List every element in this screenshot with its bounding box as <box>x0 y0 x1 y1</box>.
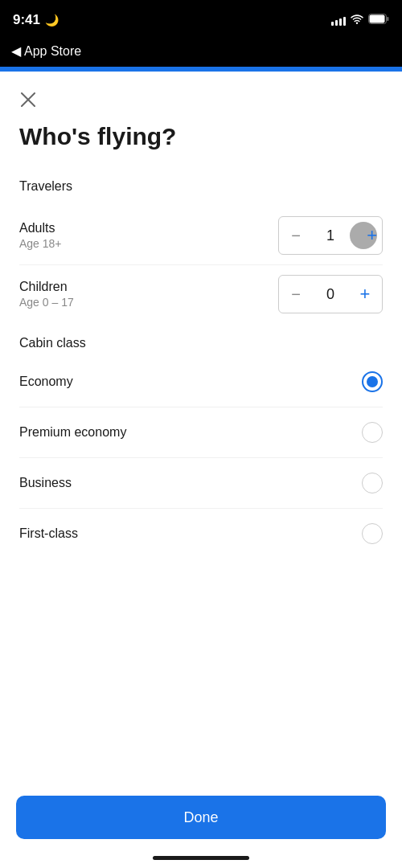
moon-icon: 🌙 <box>45 14 59 27</box>
radio-business[interactable]: Business <box>19 458 383 509</box>
status-bar: 9:41 🌙 <box>0 0 402 40</box>
home-indicator <box>0 851 402 868</box>
children-decrement-button[interactable]: − <box>279 276 313 313</box>
svg-rect-3 <box>370 15 385 23</box>
back-chevron-icon: ◀ <box>11 43 21 59</box>
adults-label: Adults <box>19 221 62 235</box>
business-radio[interactable] <box>362 473 383 493</box>
adults-decrement-button[interactable]: − <box>279 217 313 254</box>
radio-economy[interactable]: Economy <box>19 357 383 407</box>
business-label: Business <box>19 476 72 490</box>
economy-label: Economy <box>19 375 73 389</box>
signal-icon <box>331 14 346 26</box>
adults-stepper: − 1 + + <box>278 216 383 255</box>
cabin-class-section: Cabin class Economy Premium economy Busi… <box>0 336 402 559</box>
app-store-nav[interactable]: ◀ App Store <box>0 40 402 67</box>
children-value: 0 <box>313 286 348 303</box>
adults-plus-visible[interactable]: + <box>367 225 377 246</box>
children-label: Children <box>19 280 74 294</box>
premium-economy-radio[interactable] <box>362 422 383 443</box>
adults-age-range: Age 18+ <box>19 237 62 250</box>
home-bar <box>153 856 249 860</box>
first-class-label: First-class <box>19 526 78 541</box>
wifi-icon <box>351 14 363 27</box>
children-stepper: − 0 + <box>278 275 383 313</box>
adults-value: 1 <box>313 227 348 244</box>
adults-row: Adults Age 18+ − 1 + + <box>19 207 383 265</box>
page-title: Who's flying? <box>0 72 402 170</box>
bottom-spacer <box>0 559 402 607</box>
children-increment-button[interactable]: + <box>348 276 382 313</box>
children-age-range: Age 0 – 17 <box>19 296 74 309</box>
cabin-class-header: Cabin class <box>19 336 383 357</box>
radio-first-class[interactable]: First-class <box>19 509 383 559</box>
svg-rect-2 <box>387 17 389 21</box>
app-store-label: App Store <box>24 44 81 59</box>
main-card: Who's flying? Travelers Adults Age 18+ −… <box>0 72 402 795</box>
economy-radio[interactable] <box>362 371 383 392</box>
status-time: 9:41 <box>13 12 40 28</box>
done-button[interactable]: Done <box>16 796 386 839</box>
svg-point-0 <box>356 23 358 24</box>
close-button[interactable] <box>16 88 40 112</box>
premium-economy-label: Premium economy <box>19 425 126 440</box>
children-row: Children Age 0 – 17 − 0 + <box>19 265 383 323</box>
first-class-radio[interactable] <box>362 523 383 544</box>
radio-premium-economy[interactable]: Premium economy <box>19 407 383 458</box>
travelers-section-header: Travelers <box>19 170 383 207</box>
battery-icon <box>368 14 389 27</box>
travelers-section: Travelers Adults Age 18+ − 1 + + <box>0 170 402 323</box>
